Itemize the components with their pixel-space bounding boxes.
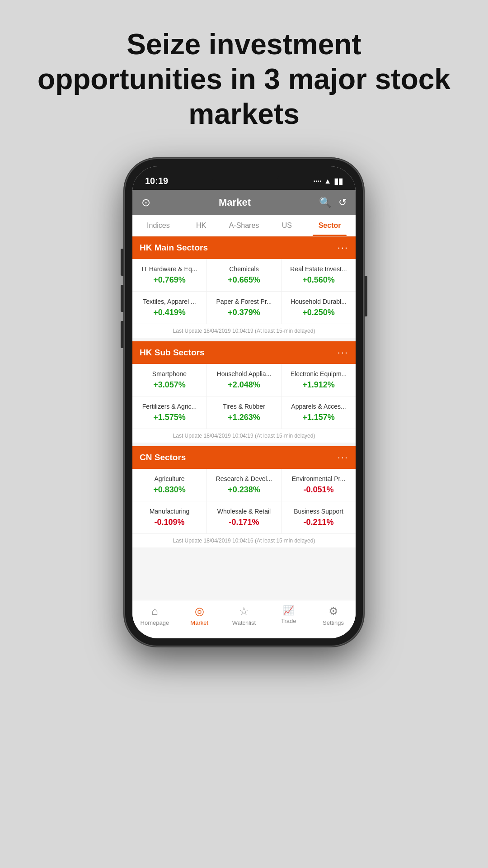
list-item[interactable]: Tires & Rubber +1.263%	[207, 396, 282, 429]
bottom-tab-homepage[interactable]: ⌂ Homepage	[132, 605, 177, 626]
refresh-button[interactable]: ↺	[338, 197, 347, 208]
phone-screen: 10:19 ···· ▲ ▮▮ ⊙ Market 🔍 ↺ Indices HK …	[132, 166, 356, 638]
tab-us[interactable]: US	[265, 215, 308, 236]
section-hk-main: HK Main Sectors ··· IT Hardware & Eq... …	[132, 236, 356, 338]
cn-grid: Agriculture +0.830% Research & Devel... …	[132, 469, 356, 534]
notch	[208, 166, 280, 181]
list-item[interactable]: Manufacturing -0.109%	[132, 501, 207, 533]
list-item[interactable]: Textiles, Apparel ... +0.419%	[132, 292, 207, 324]
table-row: Agriculture +0.830% Research & Devel... …	[132, 469, 356, 501]
watchlist-icon: ☆	[239, 605, 249, 618]
table-row: Smartphone +3.057% Household Applia... +…	[132, 364, 356, 396]
cn-update: Last Update 18/04/2019 10:04:16 (At leas…	[132, 534, 356, 547]
section-cn: CN Sectors ··· Agriculture +0.830% Resea…	[132, 446, 356, 547]
list-item[interactable]: IT Hardware & Eq... +0.769%	[132, 259, 207, 291]
hk-sub-grid: Smartphone +3.057% Household Applia... +…	[132, 364, 356, 429]
market-icon: ◎	[195, 605, 204, 618]
bottom-tab-bar: ⌂ Homepage ◎ Market ☆ Watchlist 📈 Trade …	[132, 600, 356, 635]
table-row: Manufacturing -0.109% Wholesale & Retail…	[132, 501, 356, 534]
search-button[interactable]: 🔍	[319, 197, 331, 208]
list-item[interactable]: Household Applia... +2.048%	[207, 364, 282, 396]
tab-ashares[interactable]: A-Shares	[223, 215, 266, 236]
status-icons: ···· ▲ ▮▮	[313, 176, 343, 186]
bottom-tab-trade[interactable]: 📈 Trade	[266, 605, 311, 626]
nav-title: Market	[219, 197, 251, 208]
home-icon: ⌂	[151, 605, 158, 618]
tab-indices[interactable]: Indices	[137, 215, 180, 236]
status-time: 10:19	[145, 176, 168, 186]
settings-icon: ⚙	[328, 605, 338, 618]
list-item[interactable]: Wholesale & Retail -0.171%	[207, 501, 282, 533]
tab-hk[interactable]: HK	[180, 215, 223, 236]
list-item[interactable]: Environmental Pr... -0.051%	[282, 469, 356, 501]
list-item[interactable]: Chemicals +0.665%	[207, 259, 282, 291]
section-header-hk-main: HK Main Sectors ···	[132, 236, 356, 259]
list-item[interactable]: Agriculture +0.830%	[132, 469, 207, 501]
phone-mockup: 10:19 ···· ▲ ▮▮ ⊙ Market 🔍 ↺ Indices HK …	[124, 158, 364, 646]
list-item[interactable]: Research & Devel... +0.238%	[207, 469, 282, 501]
section-header-hk-sub: HK Sub Sectors ···	[132, 341, 356, 364]
content-area: HK Main Sectors ··· IT Hardware & Eq... …	[132, 236, 356, 600]
tabs-bar: Indices HK A-Shares US Sector	[132, 215, 356, 236]
list-item[interactable]: Real Estate Invest... +0.560%	[282, 259, 356, 291]
hk-main-grid: IT Hardware & Eq... +0.769% Chemicals +0…	[132, 259, 356, 324]
back-button[interactable]: ⊙	[141, 196, 150, 209]
more-hk-sub[interactable]: ···	[338, 347, 348, 359]
bottom-tab-market[interactable]: ◎ Market	[177, 605, 222, 626]
table-row: Textiles, Apparel ... +0.419% Paper & Fo…	[132, 292, 356, 324]
list-item[interactable]: Paper & Forest Pr... +0.379%	[207, 292, 282, 324]
trade-icon: 📈	[283, 605, 294, 616]
list-item[interactable]: Fertilizers & Agric... +1.575%	[132, 396, 207, 429]
table-row: IT Hardware & Eq... +0.769% Chemicals +0…	[132, 259, 356, 292]
bottom-tab-watchlist[interactable]: ☆ Watchlist	[222, 605, 267, 626]
list-item[interactable]: Household Durabl... +0.250%	[282, 292, 356, 324]
page-headline: Seize investment opportunities in 3 majo…	[0, 0, 488, 149]
more-hk-main[interactable]: ···	[338, 242, 348, 254]
section-hk-sub: HK Sub Sectors ··· Smartphone +3.057% Ho…	[132, 341, 356, 443]
hk-main-update: Last Update 18/04/2019 10:04:19 (At leas…	[132, 324, 356, 338]
list-item[interactable]: Business Support -0.211%	[282, 501, 356, 533]
list-item[interactable]: Smartphone +3.057%	[132, 364, 207, 396]
nav-bar: ⊙ Market 🔍 ↺	[132, 190, 356, 215]
bottom-tab-settings[interactable]: ⚙ Settings	[311, 605, 356, 626]
section-header-cn: CN Sectors ···	[132, 446, 356, 469]
more-cn[interactable]: ···	[338, 452, 348, 463]
tab-sector[interactable]: Sector	[308, 215, 351, 236]
list-item[interactable]: Electronic Equipm... +1.912%	[282, 364, 356, 396]
list-item[interactable]: Apparels & Acces... +1.157%	[282, 396, 356, 429]
table-row: Fertilizers & Agric... +1.575% Tires & R…	[132, 396, 356, 429]
hk-sub-update: Last Update 18/04/2019 10:04:19 (At leas…	[132, 429, 356, 443]
